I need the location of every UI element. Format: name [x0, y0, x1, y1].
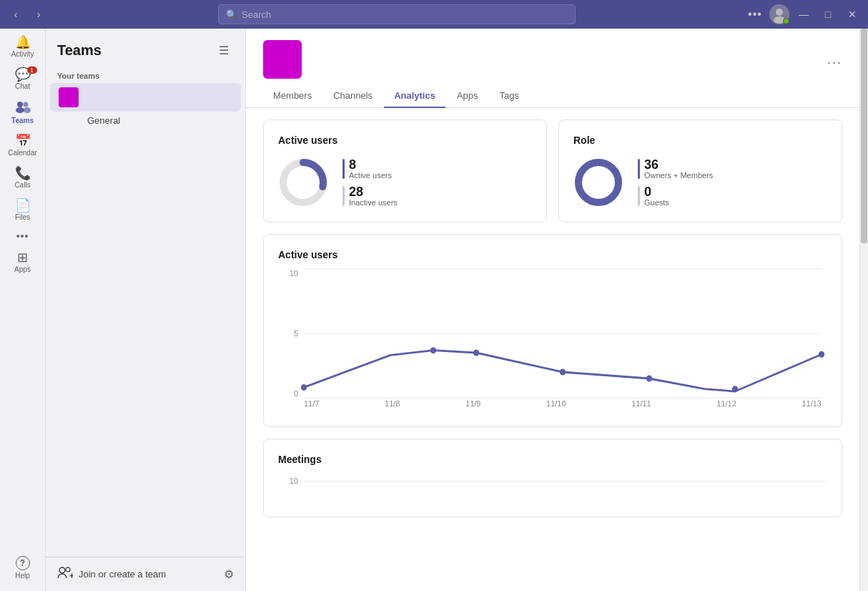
role-title: Role: [573, 135, 827, 146]
guests-bar: [638, 186, 640, 206]
rail-bottom: ? Help: [3, 552, 43, 591]
apps-label: Apps: [14, 265, 31, 273]
join-icon: +: [57, 566, 73, 582]
svg-point-19: [473, 350, 479, 356]
meetings-grid-line: [304, 481, 827, 482]
svg-point-3: [17, 102, 23, 107]
channel-list-item[interactable]: General: [50, 112, 241, 130]
chat-label: Chat: [15, 82, 30, 90]
join-create-label: Join or create a team: [79, 569, 166, 580]
sidebar-filter-button[interactable]: ☰: [214, 40, 234, 60]
sidebar-item-calls[interactable]: 📞 Calls: [3, 162, 43, 193]
svg-point-7: [59, 567, 65, 573]
active-users-chart-card: Active users 10 5 0: [263, 234, 842, 427]
meetings-title: Meetings: [278, 454, 827, 465]
active-users-donut: [278, 157, 328, 207]
back-button[interactable]: ‹: [6, 4, 26, 24]
owners-bar: [638, 159, 640, 179]
tab-analytics[interactable]: Analytics: [384, 84, 445, 108]
settings-button[interactable]: ⚙: [224, 567, 234, 581]
chart-title: Active users: [278, 249, 827, 260]
sidebar-item-chat[interactable]: 💬 Chat 1: [3, 64, 43, 94]
calendar-icon: 📅: [15, 135, 31, 147]
role-body: 36 Owners + Members 0 Guests: [573, 157, 827, 207]
guests-stat-line: 0 Guests: [638, 185, 713, 207]
nav-controls: ‹ ›: [6, 4, 49, 24]
svg-point-4: [23, 102, 28, 107]
owners-stat-text: 36 Owners + Members: [644, 158, 713, 180]
sidebar-item-files[interactable]: 📄 Files: [3, 195, 43, 225]
svg-text:+: +: [69, 571, 73, 579]
tab-members[interactable]: Members: [263, 84, 322, 108]
close-button[interactable]: ✕: [842, 4, 862, 24]
your-teams-label: Your teams: [46, 66, 245, 83]
tab-tags[interactable]: Tags: [490, 84, 529, 108]
active-users-card: Active users 8: [263, 119, 547, 223]
join-create-team-button[interactable]: + Join or create a team: [57, 566, 166, 582]
inactive-bar: [342, 186, 345, 206]
calls-icon: 📞: [15, 167, 31, 180]
svg-point-5: [16, 107, 24, 113]
scrollbar-thumb[interactable]: [861, 29, 867, 243]
main-content: ... Members Channels Analytics Apps Tags…: [246, 29, 859, 591]
tab-channels[interactable]: Channels: [323, 84, 383, 108]
sidebar-item-teams[interactable]: Teams: [3, 96, 43, 129]
svg-point-13: [578, 162, 618, 202]
y-label-0: 0: [294, 389, 298, 398]
tabs-bar: Members Channels Analytics Apps Tags: [246, 79, 859, 108]
svg-point-22: [732, 386, 738, 392]
sidebar-header: Teams ☰: [46, 29, 245, 66]
maximize-button[interactable]: □: [818, 4, 838, 24]
meetings-chart-card: Meetings 10: [263, 439, 842, 517]
x-label-1: 11/7: [304, 399, 319, 412]
sidebar-item-apps[interactable]: ⊞ Apps: [3, 247, 43, 278]
x-label-2: 11/8: [385, 399, 400, 412]
owners-stat-line: 36 Owners + Members: [638, 158, 713, 180]
forward-button[interactable]: ›: [29, 4, 49, 24]
sidebar-item-activity[interactable]: 🔔 Activity: [3, 31, 43, 62]
svg-point-23: [819, 351, 824, 358]
search-input[interactable]: [242, 9, 568, 20]
guests-label: Guests: [644, 198, 669, 207]
y-label-10: 10: [290, 269, 298, 278]
y-label-5: 5: [294, 329, 298, 338]
teams-label: Teams: [11, 117, 34, 124]
chat-badge: 1: [27, 67, 37, 74]
team-header-icon: [263, 40, 302, 79]
inactive-stat-line: 28 Inactive users: [342, 185, 398, 207]
chart-y-labels: 10 5 0: [278, 269, 298, 398]
svg-point-6: [24, 107, 31, 113]
files-icon: 📄: [15, 199, 31, 212]
minimize-button[interactable]: —: [794, 4, 814, 24]
search-icon: 🔍: [226, 9, 237, 20]
stats-row: Active users 8: [263, 119, 842, 223]
inactive-stat-text: 28 Inactive users: [349, 185, 398, 207]
scrollbar[interactable]: [859, 29, 868, 591]
active-count: 8: [349, 158, 392, 171]
user-avatar-container: [769, 4, 789, 24]
sidebar-item-help[interactable]: ? Help: [3, 552, 43, 584]
search-bar: 🔍: [218, 4, 576, 24]
sidebar: Teams ☰ Your teams ••• General + Join or…: [46, 29, 246, 591]
team-list-item[interactable]: •••: [50, 83, 241, 112]
sidebar-item-more[interactable]: •••: [3, 227, 43, 245]
owners-label: Owners + Members: [644, 171, 713, 180]
svg-point-20: [560, 369, 566, 376]
svg-point-1: [776, 9, 783, 16]
help-label: Help: [15, 572, 30, 580]
content-area: Active users 8: [246, 108, 859, 591]
tab-apps[interactable]: Apps: [447, 84, 488, 108]
calendar-label: Calendar: [8, 149, 37, 157]
x-label-5: 11/11: [631, 399, 651, 412]
meetings-y-label: 10: [278, 474, 298, 485]
sidebar-item-calendar[interactable]: 📅 Calendar: [3, 130, 43, 161]
app-body: 🔔 Activity 💬 Chat 1 Teams 📅 Calendar 📞 C…: [0, 29, 868, 591]
activity-icon: 🔔: [15, 36, 31, 49]
guests-count: 0: [644, 185, 669, 198]
team-header-more-button[interactable]: ...: [827, 52, 842, 67]
team-header: ...: [246, 29, 859, 79]
sidebar-bottom: + Join or create a team ⚙: [46, 557, 245, 591]
chart-inner: [304, 269, 822, 398]
more-options-button[interactable]: •••: [745, 4, 765, 24]
inactive-label: Inactive users: [349, 198, 398, 207]
